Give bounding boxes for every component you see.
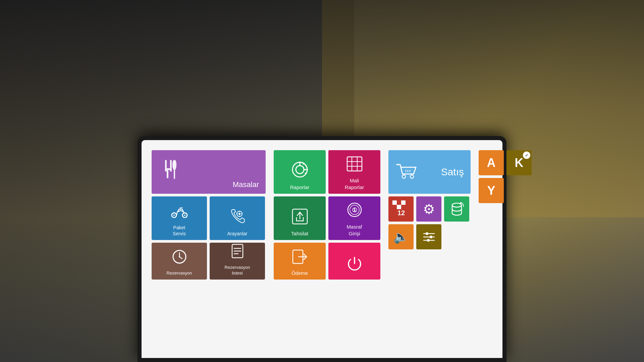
volume-tile[interactable]: 🔈	[388, 224, 414, 249]
tahsilat-tile[interactable]: Tahsilat	[274, 196, 326, 240]
rezervasyon-label: Rezervasyon	[165, 268, 194, 280]
tile-container: Masalar	[152, 150, 492, 280]
row-raporlar: Raporlar Ma	[274, 150, 380, 194]
small-row-1: 12 ⚙	[388, 196, 471, 222]
small-row-2: 🔈	[388, 224, 471, 249]
rezervasyon-listesi-tile[interactable]: Rezervasyon listesi	[210, 243, 265, 280]
letter-row-2: Y	[479, 178, 532, 203]
mali-raporlar-icon	[346, 156, 363, 173]
svg-rect-3	[167, 170, 168, 178]
svg-rect-47	[397, 200, 401, 205]
paket-servis-tile[interactable]: Paket Servis	[152, 196, 207, 240]
svg-rect-48	[401, 200, 406, 205]
sliders-tile[interactable]	[416, 224, 441, 249]
raporlar-label: Raporlar	[288, 181, 312, 194]
arayanlar-tile[interactable]: Arayanlar	[210, 196, 265, 240]
satis-tile[interactable]: Satış	[388, 150, 471, 194]
svg-rect-51	[401, 205, 406, 209]
paket-servis-icon	[171, 204, 188, 221]
power-tile[interactable]	[328, 243, 380, 280]
svg-rect-46	[392, 200, 397, 205]
svg-rect-50	[397, 205, 401, 209]
power-icon	[346, 255, 363, 276]
svg-point-17	[179, 256, 180, 257]
masalar-tile[interactable]: Masalar	[152, 150, 266, 194]
masalar-icon	[162, 158, 182, 186]
letter-row-1: A K ✓	[479, 150, 532, 175]
row-3: Rezervasyon Rezervasyon li	[152, 243, 266, 280]
rezervasyon-listesi-icon	[231, 244, 244, 261]
clock12-icon: 12	[388, 196, 414, 222]
svg-point-12	[239, 216, 240, 217]
monitor: Masalar	[138, 136, 506, 362]
rezervasyon-tile[interactable]: Rezervasyon	[152, 243, 207, 280]
gear-icon: ⚙	[416, 196, 441, 222]
tahsilat-icon	[291, 208, 308, 226]
settings-tile[interactable]: ⚙	[416, 196, 441, 222]
svg-point-42	[410, 175, 414, 178]
odeme-label: Ödeme	[289, 267, 310, 280]
section-left: Masalar	[152, 150, 266, 280]
odeme-tile[interactable]: Ödeme	[274, 243, 326, 280]
svg-point-41	[402, 175, 406, 178]
svg-point-59	[427, 239, 430, 242]
clock12-tile[interactable]: 12	[388, 196, 414, 222]
svg-point-11	[241, 213, 242, 214]
masraf-girisi-label: Masraf Girişi	[345, 221, 364, 240]
raporlar-tile[interactable]: Raporlar	[274, 150, 326, 194]
checkmark: ✓	[525, 153, 529, 158]
svg-text:12: 12	[397, 209, 405, 217]
svg-point-10	[239, 211, 240, 212]
svg-point-57	[430, 236, 432, 238]
svg-rect-28	[347, 157, 362, 171]
check-badge: ✓	[523, 152, 530, 159]
volume-icon: 🔈	[388, 224, 414, 249]
mali-raporlar-tile[interactable]: Mali Raporlar	[328, 150, 380, 194]
screen: Masalar	[142, 140, 502, 358]
row-tahsilat: Tahsilat ① Masraf Girişi	[274, 196, 380, 240]
raporlar-icon	[291, 161, 309, 180]
arayanlar-label: Arayanlar	[225, 228, 250, 240]
svg-text:①: ①	[352, 207, 357, 214]
masalar-label: Masalar	[231, 177, 266, 194]
tile-y-label: Y	[479, 178, 504, 203]
tile-a[interactable]: A	[479, 150, 504, 175]
masraf-girisi-icon: ①	[346, 201, 363, 220]
mali-raporlar-label: Mali Raporlar	[343, 175, 366, 194]
svg-rect-2	[165, 168, 172, 170]
section-right: Satış	[388, 150, 471, 280]
paket-servis-label: Paket Servis	[171, 222, 188, 240]
svg-point-53	[452, 203, 462, 207]
sliders-icon	[416, 224, 441, 249]
svg-rect-49	[392, 205, 397, 209]
rezervasyon-icon	[172, 249, 187, 267]
row-odeme: Ödeme	[274, 243, 380, 280]
svg-point-6	[173, 215, 175, 216]
satis-cart-icon	[395, 161, 419, 183]
odeme-icon	[292, 249, 308, 266]
row-2: Paket Servis	[152, 196, 266, 240]
svg-point-26	[303, 163, 304, 165]
rezervasyon-listesi-label: Rezervasyon listesi	[223, 262, 252, 280]
svg-point-13	[236, 213, 237, 214]
tile-k[interactable]: K ✓	[506, 150, 532, 175]
svg-point-55	[426, 232, 428, 235]
svg-point-9	[238, 213, 240, 215]
tile-y[interactable]: Y	[479, 178, 504, 203]
section-letters: A K ✓ Y	[479, 150, 532, 280]
db-icon	[444, 196, 469, 222]
svg-point-23	[296, 166, 304, 174]
arayanlar-icon	[229, 208, 246, 227]
tile-a-label: A	[479, 150, 504, 175]
satis-label: Satış	[441, 166, 464, 178]
masraf-girisi-tile[interactable]: ① Masraf Girişi	[328, 196, 380, 240]
db-tile[interactable]	[444, 196, 469, 222]
svg-point-7	[184, 215, 185, 216]
svg-point-27	[305, 173, 306, 174]
section-middle: Raporlar Ma	[274, 150, 380, 280]
tahsilat-label: Tahsilat	[289, 228, 310, 240]
